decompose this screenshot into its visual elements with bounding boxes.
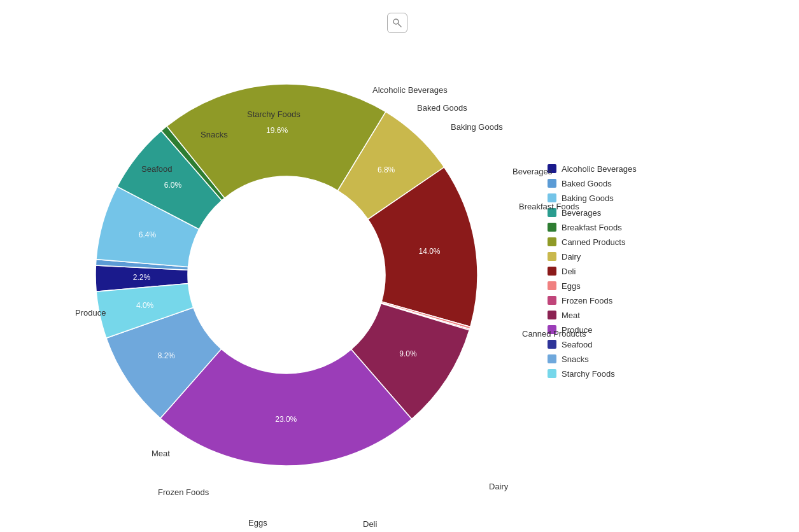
legend-color-swatch <box>548 237 556 246</box>
percent-label-inside: 4.0% <box>136 301 154 310</box>
legend-color-swatch <box>548 281 556 290</box>
chart-legend-container: 2.2%6.4%6.0%19.6%6.8%14.0%9.0%23.0%8.2%4… <box>0 39 799 510</box>
percent-label-inside: 8.2% <box>158 351 176 360</box>
legend-item-label: Meat <box>562 311 580 320</box>
legend-item: Produce <box>548 325 713 335</box>
legend-item: Meat <box>548 311 713 320</box>
label-eggs: Eggs <box>248 518 267 528</box>
legend-color-swatch <box>548 296 556 305</box>
legend-area: Alcoholic Beverages Baked Goods Baking G… <box>548 154 713 384</box>
legend-item-label: Dairy <box>562 252 581 262</box>
page-container: 2.2%6.4%6.0%19.6%6.8%14.0%9.0%23.0%8.2%4… <box>0 0 799 532</box>
legend-item: Baking Goods <box>548 193 713 203</box>
legend-item-label: Eggs <box>562 281 581 291</box>
svg-point-0 <box>393 19 399 24</box>
percent-label-inside: 6.0% <box>164 181 182 190</box>
legend-color-swatch <box>548 354 556 363</box>
legend-color-swatch <box>548 164 556 173</box>
legend-item: Baked Goods <box>548 179 713 188</box>
legend-color-swatch <box>548 369 556 378</box>
legend-item: Canned Products <box>548 237 713 247</box>
percent-label-inside: 19.6% <box>266 126 288 135</box>
legend-item: Deli <box>548 267 713 276</box>
legend-item: Dairy <box>548 252 713 262</box>
legend-item-label: Canned Products <box>562 237 625 247</box>
legend-color-swatch <box>548 340 556 349</box>
legend-item-label: Alcoholic Beverages <box>562 164 637 174</box>
legend-color-swatch <box>548 311 556 319</box>
legend-color-swatch <box>548 208 556 217</box>
legend-item: Frozen Foods <box>548 296 713 305</box>
legend-color-swatch <box>548 325 556 334</box>
legend-item-label: Starchy Foods <box>562 369 615 379</box>
legend-item: Snacks <box>548 354 713 364</box>
legend-color-swatch <box>548 193 556 202</box>
legend-item: Starchy Foods <box>548 369 713 379</box>
percent-label-inside: 23.0% <box>275 415 297 424</box>
title-area <box>387 13 413 33</box>
legend-item-label: Baking Goods <box>562 193 614 203</box>
legend-item-label: Deli <box>562 267 576 276</box>
legend-item-label: Breakfast Foods <box>562 223 622 232</box>
legend-item: Seafood <box>548 340 713 349</box>
percent-label-inside: 6.4% <box>139 230 157 239</box>
label-deli: Deli <box>363 519 377 529</box>
legend-item-label: Produce <box>562 325 592 335</box>
legend-color-swatch <box>548 223 556 232</box>
percent-label-inside: 9.0% <box>399 349 417 358</box>
svg-line-1 <box>398 24 401 27</box>
percent-label-inside: 2.2% <box>133 273 151 282</box>
legend-color-swatch <box>548 252 556 261</box>
legend-color-swatch <box>548 179 556 188</box>
percent-label-inside: 6.8% <box>378 165 395 174</box>
legend-item: Breakfast Foods <box>548 223 713 232</box>
legend-item: Alcoholic Beverages <box>548 164 713 174</box>
filter-icon[interactable] <box>387 13 407 33</box>
legend-item: Beverages <box>548 208 713 218</box>
legend-item-label: Baked Goods <box>562 179 612 188</box>
legend-item-label: Snacks <box>562 354 589 364</box>
legend-item-label: Beverages <box>562 208 601 218</box>
legend-item-label: Seafood <box>562 340 592 349</box>
chart-area: 2.2%6.4%6.0%19.6%6.8%14.0%9.0%23.0%8.2%4… <box>38 39 535 510</box>
legend-item-label: Frozen Foods <box>562 296 612 305</box>
legend-item: Eggs <box>548 281 713 291</box>
percent-label-inside: 14.0% <box>418 247 440 256</box>
legend-color-swatch <box>548 267 556 276</box>
